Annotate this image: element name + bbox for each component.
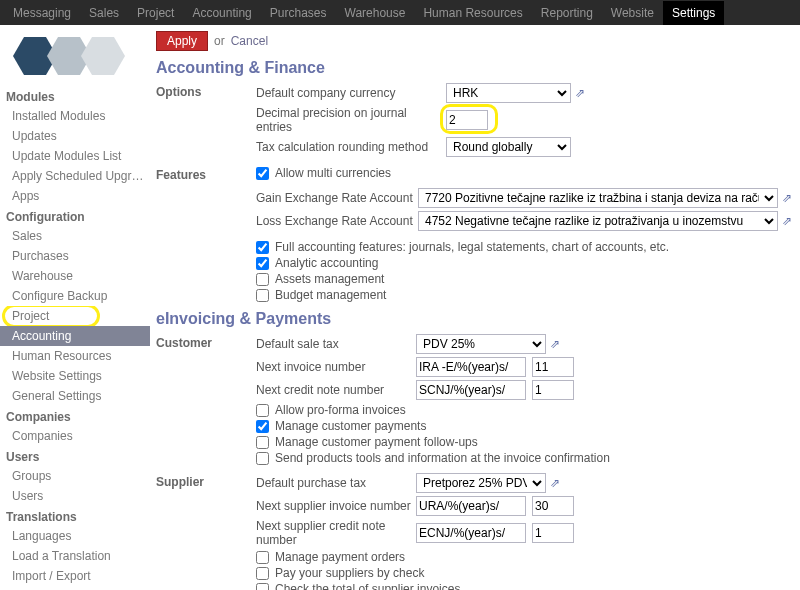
nav-website[interactable]: Website <box>602 1 663 25</box>
label-default-currency: Default company currency <box>256 86 446 100</box>
nav-settings[interactable]: Settings <box>663 1 724 25</box>
decimal-precision-input[interactable] <box>446 110 488 130</box>
sidebar-item-application-terms[interactable]: Application Terms <box>0 586 150 590</box>
default-sale-tax-select[interactable]: PDV 25% <box>416 334 546 354</box>
next-supplier-credit-number-input[interactable] <box>532 523 574 543</box>
section-einvoicing-payments: eInvoicing & Payments <box>156 310 796 328</box>
analytic-accounting-checkbox[interactable] <box>256 257 269 270</box>
pay-by-check-label: Pay your suppliers by check <box>275 566 424 580</box>
proforma-checkbox[interactable] <box>256 404 269 417</box>
allow-multi-currencies-checkbox[interactable] <box>256 167 269 180</box>
nav-reporting[interactable]: Reporting <box>532 1 602 25</box>
sidebar-item-languages[interactable]: Languages <box>0 526 150 546</box>
toolbar: Apply or Cancel <box>156 31 796 51</box>
nav-accounting[interactable]: Accounting <box>183 1 260 25</box>
group-features: Features <box>156 166 256 304</box>
section-accounting-finance: Accounting & Finance <box>156 59 796 77</box>
full-accounting-checkbox[interactable] <box>256 241 269 254</box>
sidebar-item-accounting[interactable]: Accounting <box>0 326 150 346</box>
external-link-icon[interactable]: ⇗ <box>782 214 796 228</box>
sidebar-item-installed-modules[interactable]: Installed Modules <box>0 106 150 126</box>
next-credit-prefix-input[interactable] <box>416 380 526 400</box>
pay-by-check-checkbox[interactable] <box>256 567 269 580</box>
sidebar-item-companies[interactable]: Companies <box>0 426 150 446</box>
payment-followups-checkbox[interactable] <box>256 436 269 449</box>
main-content: Apply or Cancel Accounting & Finance Opt… <box>150 25 800 590</box>
nav-sales[interactable]: Sales <box>80 1 128 25</box>
sidebar-item-warehouse[interactable]: Warehouse <box>0 266 150 286</box>
next-invoice-number-input[interactable] <box>532 357 574 377</box>
sidebar-item-load-translation[interactable]: Load a Translation <box>0 546 150 566</box>
label-next-supplier-credit-note-number: Next supplier credit note number <box>256 519 416 547</box>
manage-payment-orders-label: Manage payment orders <box>275 550 405 564</box>
logo <box>6 31 150 86</box>
nav-project[interactable]: Project <box>128 1 183 25</box>
sidebar-item-updates[interactable]: Updates <box>0 126 150 146</box>
sidebar-section-users: Users <box>0 446 150 466</box>
label-default-purchase-tax: Default purchase tax <box>256 476 416 490</box>
allow-multi-currencies-label: Allow multi currencies <box>275 166 391 180</box>
external-link-icon[interactable]: ⇗ <box>550 476 564 490</box>
payment-followups-label: Manage customer payment follow-ups <box>275 435 478 449</box>
full-accounting-label: Full accounting features: journals, lega… <box>275 240 669 254</box>
sidebar-section-modules: Modules <box>0 86 150 106</box>
nav-human-resources[interactable]: Human Resources <box>414 1 531 25</box>
budget-management-checkbox[interactable] <box>256 289 269 302</box>
loss-account-select[interactable]: 4752 Negativne tečajne razlike iz potraž… <box>418 211 778 231</box>
group-customer: Customer <box>156 334 256 467</box>
sidebar-item-general-settings[interactable]: General Settings <box>0 386 150 406</box>
sidebar-section-companies: Companies <box>0 406 150 426</box>
next-credit-number-input[interactable] <box>532 380 574 400</box>
sidebar-section-translations: Translations <box>0 506 150 526</box>
sidebar-item-human-resources[interactable]: Human Resources <box>0 346 150 366</box>
gain-account-select[interactable]: 7720 Pozitivne tečajne razlike iz tražbi… <box>418 188 778 208</box>
next-supplier-credit-prefix-input[interactable] <box>416 523 526 543</box>
sidebar-item-users[interactable]: Users <box>0 486 150 506</box>
nav-messaging[interactable]: Messaging <box>4 1 80 25</box>
tax-rounding-select[interactable]: Round globally <box>446 137 571 157</box>
label-loss-account: Loss Exchange Rate Account <box>256 214 418 228</box>
manage-customer-payments-label: Manage customer payments <box>275 419 426 433</box>
sidebar-item-purchases[interactable]: Purchases <box>0 246 150 266</box>
sidebar-item-apply-scheduled-upgrades[interactable]: Apply Scheduled Upgra... <box>0 166 150 186</box>
assets-management-checkbox[interactable] <box>256 273 269 286</box>
sidebar-item-website-settings[interactable]: Website Settings <box>0 366 150 386</box>
external-link-icon[interactable]: ⇗ <box>550 337 564 351</box>
sidebar-item-sales[interactable]: Sales <box>0 226 150 246</box>
label-gain-account: Gain Exchange Rate Account <box>256 191 418 205</box>
analytic-accounting-label: Analytic accounting <box>275 256 378 270</box>
sidebar-item-update-modules-list[interactable]: Update Modules List <box>0 146 150 166</box>
top-nav: Messaging Sales Project Accounting Purch… <box>0 0 800 25</box>
group-supplier: Supplier <box>156 473 256 590</box>
assets-management-label: Assets management <box>275 272 384 286</box>
external-link-icon[interactable]: ⇗ <box>575 86 589 100</box>
send-products-checkbox[interactable] <box>256 452 269 465</box>
sidebar-item-groups[interactable]: Groups <box>0 466 150 486</box>
cancel-link[interactable]: Cancel <box>231 34 268 48</box>
label-next-invoice-number: Next invoice number <box>256 360 416 374</box>
next-invoice-prefix-input[interactable] <box>416 357 526 377</box>
apply-button[interactable]: Apply <box>156 31 208 51</box>
default-currency-select[interactable]: HRK <box>446 83 571 103</box>
check-total-checkbox[interactable] <box>256 583 269 591</box>
group-options: Options <box>156 83 256 160</box>
sidebar: Modules Installed Modules Updates Update… <box>0 25 150 590</box>
sidebar-item-import-export[interactable]: Import / Export <box>0 566 150 586</box>
default-purchase-tax-select[interactable]: Pretporez 25% PDV <box>416 473 546 493</box>
label-decimal-precision: Decimal precision on journal entries <box>256 106 446 134</box>
nav-purchases[interactable]: Purchases <box>261 1 336 25</box>
check-total-label: Check the total of supplier invoices <box>275 582 460 590</box>
sidebar-item-project[interactable]: Project <box>0 306 150 326</box>
next-supplier-invoice-prefix-input[interactable] <box>416 496 526 516</box>
sidebar-section-configuration: Configuration <box>0 206 150 226</box>
send-products-label: Send products tools and information at t… <box>275 451 610 465</box>
nav-warehouse[interactable]: Warehouse <box>336 1 415 25</box>
manage-payment-orders-checkbox[interactable] <box>256 551 269 564</box>
label-default-sale-tax: Default sale tax <box>256 337 416 351</box>
manage-customer-payments-checkbox[interactable] <box>256 420 269 433</box>
sidebar-item-apps[interactable]: Apps <box>0 186 150 206</box>
external-link-icon[interactable]: ⇗ <box>782 191 796 205</box>
sidebar-item-configure-backup[interactable]: Configure Backup <box>0 286 150 306</box>
label-tax-rounding: Tax calculation rounding method <box>256 140 446 154</box>
next-supplier-invoice-number-input[interactable] <box>532 496 574 516</box>
